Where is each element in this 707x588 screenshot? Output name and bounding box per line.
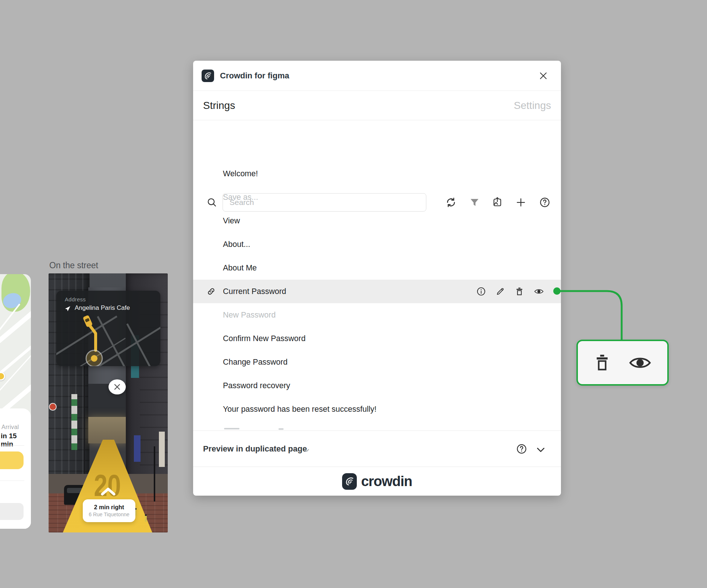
close-plugin-button[interactable] — [538, 70, 549, 81]
string-row[interactable]: About... — [193, 233, 561, 256]
plugin-title: Crowdin for figma — [220, 71, 289, 81]
string-row[interactable]: Password recovery — [193, 374, 561, 397]
arrival-value: in 15 min — [1, 432, 31, 448]
divider — [0, 445, 24, 446]
street-sign — [134, 435, 141, 462]
divider — [0, 481, 24, 481]
direction-primary: 2 min right — [94, 504, 124, 511]
close-icon — [539, 72, 547, 80]
arrival-label: Arrival — [1, 424, 19, 431]
tab-strings[interactable]: Strings — [203, 100, 235, 111]
edit-icon[interactable] — [495, 287, 505, 296]
string-row[interactable]: Welcome! — [193, 162, 561, 185]
address-minimap-card: Address Angelina Paris Cafe — [56, 291, 160, 366]
tab-settings[interactable]: Settings — [514, 100, 551, 111]
street-pole — [154, 446, 155, 502]
plugin-footer: Preview in duplicated page — [193, 431, 561, 467]
string-row[interactable]: Change Password — [193, 350, 561, 374]
help-icon[interactable] — [515, 443, 528, 455]
navigation-arrow-icon — [64, 305, 71, 314]
close-icon — [114, 384, 120, 390]
chevron-down-icon[interactable] — [303, 447, 310, 455]
preview-duplicated-page-button[interactable]: Preview in duplicated page — [203, 444, 307, 454]
string-row[interactable]: Confirm New Password — [193, 327, 561, 350]
preview-icon[interactable] — [534, 287, 544, 296]
callout-connector — [553, 287, 630, 342]
row-actions-callout — [576, 340, 669, 386]
plugin-toolbar — [193, 120, 561, 165]
preview-icon — [628, 354, 652, 372]
string-row[interactable]: New Password — [193, 303, 561, 327]
address-value: Angelina Paris Cafe — [75, 304, 130, 312]
plugin-header: Crowdin for figma — [193, 61, 561, 91]
street-artboard: 20 Address Angelina Paris Cafe 2 min rig… — [49, 273, 168, 532]
string-row[interactable]: View — [193, 209, 561, 233]
direction-secondary: 6 Rue Tiquetonne — [89, 511, 129, 517]
clipped-row-remnant — [278, 428, 284, 430]
direction-card: 2 min right 6 Rue Tiquetonne — [83, 499, 135, 522]
direction-arrow-icon — [100, 488, 116, 497]
map-artboard: Arrival in 15 min — [0, 274, 31, 529]
confirm-ride-button[interactable] — [0, 451, 24, 469]
clipped-row-remnant — [224, 428, 239, 429]
bollard — [145, 514, 147, 522]
link-icon — [206, 287, 216, 298]
string-row[interactable]: Save as... — [193, 185, 561, 209]
address-label: Address — [65, 296, 86, 302]
string-row-selected[interactable]: Current Password — [193, 280, 561, 303]
crowdin-plugin-window: Crowdin for figma Strings Settings — [193, 61, 561, 496]
string-row[interactable]: Your password has been reset successfull… — [193, 397, 561, 421]
speed-sign — [49, 403, 57, 411]
close-ar-button[interactable] — [109, 379, 126, 394]
plugin-tabs: Strings Settings — [193, 91, 561, 120]
crowdin-brand-footer: crowdin — [193, 467, 561, 496]
strings-list: Welcome! Save as... View About... About … — [193, 162, 561, 431]
ar-route-number: 20 — [85, 468, 129, 503]
string-row[interactable]: About Me — [193, 256, 561, 280]
secondary-button[interactable] — [0, 503, 24, 520]
crowdin-wordmark: crowdin — [361, 474, 412, 489]
info-icon[interactable] — [476, 287, 486, 296]
delete-icon[interactable] — [515, 287, 524, 296]
string-row-actions — [476, 280, 544, 303]
ride-bottom-sheet: Arrival in 15 min — [0, 408, 31, 529]
route-preview — [77, 314, 124, 366]
crowdin-logo — [342, 473, 357, 490]
crowdin-logo — [202, 70, 214, 82]
map-road — [0, 308, 31, 347]
delete-icon — [593, 353, 611, 373]
artboard-title: On the street — [49, 261, 98, 270]
street-sign — [71, 394, 77, 450]
collapse-chevron-icon[interactable] — [534, 443, 547, 456]
street-sign — [159, 432, 165, 467]
map-pin — [0, 372, 5, 380]
